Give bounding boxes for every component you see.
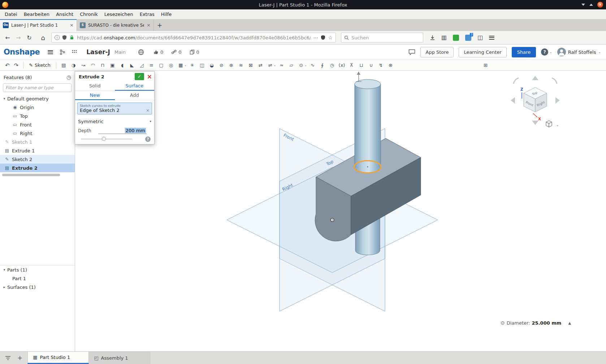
filter-input[interactable] — [5, 85, 69, 90]
versions-icon[interactable] — [60, 49, 66, 55]
clear-selection-icon[interactable]: × — [146, 108, 150, 113]
undo-button[interactable]: ↶ — [3, 62, 12, 69]
thicken-icon[interactable]: ⊓ — [98, 61, 108, 70]
extension-blue-icon[interactable]: 3 — [465, 35, 471, 41]
view-options-cube-icon[interactable]: ⌄ — [546, 121, 559, 127]
rotate-down-arrow[interactable] — [532, 121, 538, 125]
filter-box[interactable] — [3, 83, 72, 92]
end-type-dropdown[interactable]: Symmetric ▾ — [75, 117, 154, 126]
model-canvas[interactable]: Front Right Top — [75, 71, 606, 351]
sidebar-toggle-icon[interactable]: ◫ — [477, 35, 483, 40]
menu-chronik[interactable]: Chronik — [77, 9, 101, 19]
depth-slider[interactable] — [81, 139, 132, 139]
split-icon[interactable]: ⊘ — [217, 61, 226, 70]
redo-button[interactable]: ↷ — [12, 62, 21, 69]
rotate-up-arrow[interactable] — [532, 76, 538, 80]
copies-counter[interactable]: 0 — [190, 49, 199, 55]
document-title[interactable]: Laser-J — [86, 48, 110, 56]
mirror-icon[interactable]: ◫ — [197, 61, 207, 70]
selection-field[interactable]: Sketch curves to extrude Edge of Sketch … — [77, 103, 152, 114]
home-button[interactable]: ⌂ — [38, 34, 48, 42]
pocket-icon[interactable] — [321, 35, 325, 40]
new-tab-button[interactable]: + — [154, 19, 165, 31]
reload-button[interactable]: ↻ — [24, 34, 35, 41]
history-clock-icon[interactable]: ◷ — [66, 74, 71, 81]
plane-icon[interactable]: ▱ — [286, 61, 296, 70]
tab-surface[interactable]: Surface — [115, 82, 155, 91]
extrude-surface-icon[interactable]: ⊼ — [347, 61, 356, 70]
close-tab-icon[interactable]: × — [147, 22, 151, 28]
curve-icon[interactable]: ∿ — [308, 61, 317, 70]
page-actions-icon[interactable]: ⋯ — [313, 35, 318, 40]
tab-solid[interactable]: Solid — [75, 82, 115, 91]
clock-icon[interactable]: ◷ — [327, 61, 337, 70]
manage-tabs-icon[interactable] — [5, 355, 11, 361]
workspace-name[interactable]: Main — [114, 49, 126, 55]
tab-add[interactable]: Add — [115, 91, 155, 100]
tree-expand-icon[interactable]: ▾ — [1, 268, 7, 272]
expand-arrow-icon[interactable]: ▲ — [568, 321, 571, 325]
tree-collapse-icon[interactable]: ▸ — [1, 285, 7, 289]
likes-counter[interactable]: 0 — [153, 49, 163, 55]
rotate-right-arrow[interactable] — [555, 97, 560, 104]
draft-icon[interactable]: ◿ — [137, 61, 147, 70]
hole-icon[interactable]: ◎ — [166, 61, 176, 70]
help-icon[interactable]: ? — [541, 48, 548, 56]
ruled-surface-icon[interactable]: ∪ — [366, 61, 376, 70]
revolve-icon[interactable]: ◑ — [69, 61, 78, 70]
tree-item-front-plane[interactable]: ▭ Front — [0, 120, 75, 129]
roll-ccw-arrow[interactable] — [514, 78, 519, 84]
rotate-left-arrow[interactable] — [511, 97, 515, 104]
tree-item-top-plane[interactable]: ▭ Top — [0, 112, 75, 120]
follow-mode-icon[interactable] — [72, 49, 77, 55]
user-menu[interactable]: Ralf Stoffels ⌄ — [557, 48, 601, 56]
tree-item-right-plane[interactable]: ▭ Right — [0, 129, 75, 138]
chamfer-icon[interactable]: ◣ — [127, 61, 137, 70]
forward-button[interactable]: → — [13, 34, 24, 41]
documents-menu-icon[interactable] — [48, 50, 53, 54]
downloads-icon[interactable] — [430, 35, 435, 40]
parts-section-header[interactable]: ▾ Parts (1) — [0, 265, 75, 274]
origin-marker[interactable] — [331, 218, 334, 222]
depth-input[interactable]: 200 mm — [98, 127, 147, 134]
tree-item-extrude-2[interactable]: ▤ Extrude 2 — [0, 164, 75, 172]
search-input[interactable] — [351, 35, 420, 40]
url-bar[interactable]: i https://cad.onshape.com/documents/66fd… — [51, 32, 336, 43]
tree-item-part-1[interactable]: Part 1 — [0, 274, 75, 283]
search-bar[interactable] — [341, 32, 423, 43]
browser-tab-surasto[interactable]: S SURASTO - die kreative Seit × — [77, 19, 154, 31]
boundary-surface-icon[interactable]: ⊔ — [356, 61, 366, 70]
close-tab-icon[interactable]: × — [70, 22, 74, 28]
tracking-shield-icon[interactable] — [62, 35, 67, 40]
app-store-button[interactable]: App Store — [420, 47, 454, 57]
cylinder-upper[interactable] — [355, 84, 381, 173]
tab-new[interactable]: New — [75, 91, 115, 100]
enclose-icon[interactable]: ▣ — [108, 61, 117, 70]
library-icon[interactable]: ▥ — [441, 35, 447, 40]
onshape-logo[interactable]: Onshape — [4, 48, 40, 56]
page-info-icon[interactable]: i — [55, 35, 60, 40]
add-tab-button[interactable]: + — [17, 354, 22, 361]
links-counter[interactable]: 0 — [171, 49, 181, 55]
tree-item-default-geometry[interactable]: ▾ Default geometry — [0, 94, 75, 103]
rib-icon[interactable]: ≡ — [147, 61, 156, 70]
3d-viewport[interactable]: Front Right Top — [75, 71, 606, 351]
chevron-down-icon[interactable]: ⌄ — [184, 64, 187, 67]
chevron-down-icon[interactable]: ⌄ — [556, 123, 559, 127]
learning-center-button[interactable]: Learning Center — [459, 47, 506, 57]
delete-face-icon[interactable]: ⊠ — [246, 61, 256, 70]
shell-icon[interactable]: ▢ — [156, 61, 166, 70]
sweep-icon[interactable]: ↝ — [78, 61, 88, 70]
menu-datei[interactable]: Datei — [1, 9, 21, 19]
project-curve-icon[interactable]: ↯ — [376, 61, 386, 70]
sketch-button[interactable]: ✎ Sketch — [26, 62, 53, 68]
helix-icon[interactable]: ∮ — [317, 61, 327, 70]
fillet-icon[interactable]: ◖ — [117, 61, 127, 70]
menu-ansicht[interactable]: Ansicht — [53, 9, 77, 19]
view-cube[interactable]: Top Front Right Z X ⌄ — [511, 76, 560, 127]
url-text[interactable]: https://cad.onshape.com/documents/66fd66… — [77, 35, 311, 40]
browser-menu-icon[interactable] — [489, 36, 494, 40]
maximize-button[interactable] — [589, 4, 593, 6]
chevron-down-icon[interactable]: ⌄ — [274, 64, 276, 67]
menu-lesezeichen[interactable]: Lesezeichen — [101, 9, 137, 19]
